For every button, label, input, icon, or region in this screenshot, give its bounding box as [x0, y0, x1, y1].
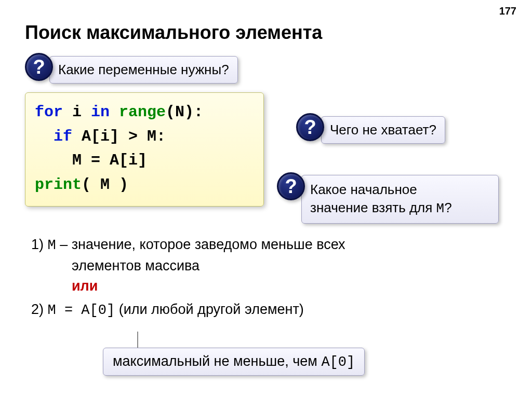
callout-text: значение взять для — [310, 200, 436, 215]
question-icon: ? — [277, 172, 305, 200]
code-text: ( M ) — [82, 176, 128, 194]
callout-initial-value: Какое начальное значение взять для М? — [301, 175, 499, 224]
code-ref: M — [48, 238, 56, 253]
note-text: – значение, которое заведомо меньше всех — [56, 237, 345, 252]
note-or: или — [72, 276, 499, 296]
code-ref: M = A[0] — [48, 303, 115, 318]
code-text: M = A[i] — [35, 152, 147, 169]
note-item-2: 2) M = A[0] (или любой другой элемент) — [31, 299, 499, 321]
callout-text: ? — [444, 200, 451, 215]
note-text: 2) — [31, 301, 48, 317]
kw-for: for — [35, 103, 72, 121]
page-number: 177 — [499, 5, 516, 17]
notes-block: 1) M – значение, которое заведомо меньше… — [31, 235, 499, 321]
code-text: i — [72, 103, 91, 121]
code-ref: A[0] — [321, 354, 355, 370]
callout-text: Какое начальное — [310, 182, 417, 197]
note-text: элементов массива — [72, 256, 499, 276]
kw-print: print — [35, 176, 82, 194]
connector-line — [137, 332, 138, 348]
slide-title: Поиск максимального элемента — [25, 22, 322, 44]
code-text: (N): — [166, 103, 203, 121]
kw-in: in — [91, 103, 119, 121]
code-ref: М — [436, 201, 445, 216]
note-text: 1) — [31, 237, 48, 252]
note-text: (или любой другой элемент) — [115, 301, 304, 317]
kw-range: range — [119, 103, 166, 121]
question-icon: ? — [296, 113, 324, 141]
callout-missing: Чего не хватает? — [321, 116, 445, 144]
code-block: for i in range(N): if A[i] > M: M = A[i]… — [25, 92, 264, 207]
note-item-1: 1) M – значение, которое заведомо меньше… — [31, 235, 499, 256]
question-icon: ? — [25, 53, 53, 81]
kw-if: if — [35, 128, 72, 145]
callout-bottom: максимальный не меньше, чем A[0] — [103, 348, 365, 376]
code-text: A[i] > M: — [72, 128, 166, 145]
callout-text: максимальный не меньше, чем — [113, 353, 321, 369]
callout-variables: Какие переменные нужны? — [49, 56, 238, 84]
